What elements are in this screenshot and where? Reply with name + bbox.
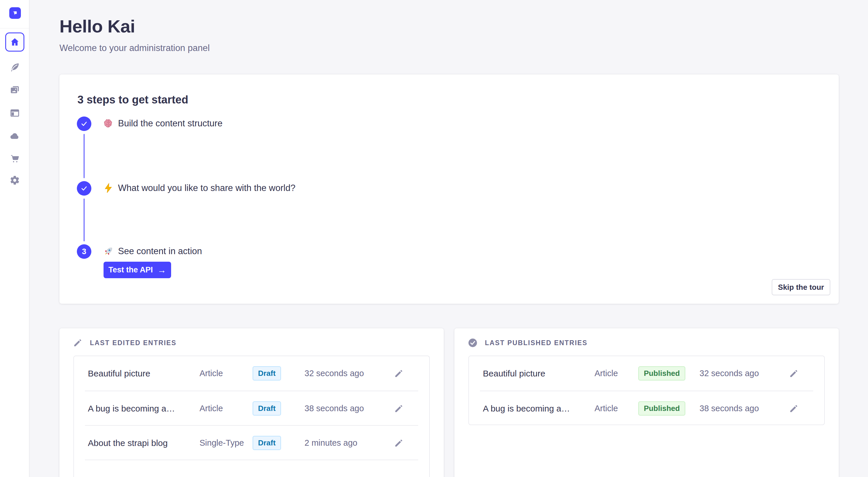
step-2-done-circle bbox=[77, 181, 91, 196]
pencil-icon bbox=[394, 369, 403, 378]
sidebar-item-settings[interactable] bbox=[9, 174, 21, 186]
gear-icon bbox=[9, 175, 20, 185]
status-badge: Draft bbox=[253, 366, 281, 380]
last-published-entries-header: LAST PUBLISHED ENTRIES bbox=[468, 338, 588, 347]
check-circle-icon bbox=[468, 338, 477, 347]
cloud-icon bbox=[9, 131, 20, 141]
lightning-emoji-icon bbox=[103, 182, 114, 194]
entry-title: Beautiful picture bbox=[88, 356, 150, 390]
last-published-entries-panel: LAST PUBLISHED ENTRIES Beautiful picture… bbox=[455, 328, 839, 477]
step-1-done-circle bbox=[77, 116, 91, 131]
step-connector bbox=[84, 134, 85, 178]
table-row[interactable]: Beautiful picture Article Draft 32 secon… bbox=[74, 356, 429, 390]
strapi-logo[interactable] bbox=[9, 7, 21, 19]
onboarding-card: 3 steps to get started Build the content… bbox=[59, 74, 839, 304]
entry-time: 32 seconds ago bbox=[305, 356, 364, 390]
entry-title: Beautiful picture bbox=[483, 356, 545, 390]
strapi-logo-icon bbox=[11, 9, 19, 17]
step-2-label[interactable]: What would you like to share with the wo… bbox=[103, 181, 296, 195]
last-published-entries-title: LAST PUBLISHED ENTRIES bbox=[485, 339, 588, 347]
last-edited-entries-title: LAST EDITED ENTRIES bbox=[90, 339, 177, 347]
table-row[interactable]: About the strapi blog Single-Type Draft … bbox=[74, 425, 429, 459]
rocket-emoji-icon bbox=[103, 246, 114, 257]
pictures-icon bbox=[9, 84, 20, 95]
entry-type: Article bbox=[199, 391, 223, 426]
entry-type: Article bbox=[199, 356, 223, 390]
onboarding-title: 3 steps to get started bbox=[78, 94, 188, 106]
entry-time: 2 minutes ago bbox=[305, 426, 357, 460]
entry-time: 38 seconds ago bbox=[305, 391, 364, 426]
pencil-icon bbox=[394, 404, 403, 413]
status-badge: Published bbox=[638, 366, 685, 380]
pencil-icon bbox=[394, 439, 403, 448]
entry-title: A bug is becoming a… bbox=[483, 391, 570, 426]
page-title: Hello Kai bbox=[59, 16, 135, 36]
table-row[interactable]: A bug is becoming a… Article Draft 38 se… bbox=[74, 390, 429, 425]
step-1-text: Build the content structure bbox=[118, 118, 222, 129]
step-connector bbox=[84, 199, 85, 241]
skip-the-tour-label: Skip the tour bbox=[778, 283, 824, 292]
pencil-icon bbox=[789, 369, 798, 378]
last-edited-entries-panel: LAST EDITED ENTRIES Beautiful picture Ar… bbox=[59, 328, 444, 477]
edit-entry-button[interactable] bbox=[785, 356, 802, 390]
home-icon bbox=[9, 37, 20, 47]
page-subtitle: Welcome to your administration panel bbox=[59, 43, 210, 53]
entry-time: 38 seconds ago bbox=[700, 391, 759, 426]
arrow-right-icon: → bbox=[157, 266, 166, 274]
check-icon bbox=[80, 120, 88, 128]
table-row bbox=[74, 459, 429, 477]
status-badge: Draft bbox=[253, 401, 281, 415]
table-row[interactable]: Beautiful picture Article Published 32 s… bbox=[469, 356, 824, 390]
sidebar-item-media-library[interactable] bbox=[9, 84, 21, 96]
edit-entry-button[interactable] bbox=[390, 426, 407, 460]
brain-emoji-icon bbox=[103, 118, 114, 129]
check-icon bbox=[80, 184, 88, 192]
sidebar-item-content-type-builder[interactable] bbox=[9, 107, 21, 119]
entry-title: A bug is becoming a… bbox=[88, 391, 175, 426]
edit-entry-button[interactable] bbox=[785, 391, 802, 426]
edited-entries-table: Beautiful picture Article Draft 32 secon… bbox=[73, 355, 430, 477]
table-row[interactable]: A bug is becoming a… Article Published 3… bbox=[469, 390, 824, 425]
step-3-text: See content in action bbox=[118, 246, 202, 257]
entry-time: 32 seconds ago bbox=[700, 356, 759, 390]
cart-icon bbox=[9, 153, 20, 164]
step-1-label[interactable]: Build the content structure bbox=[103, 116, 222, 131]
entry-type: Article bbox=[594, 356, 618, 390]
step-3-number: 3 bbox=[82, 247, 86, 256]
step-3-number-circle: 3 bbox=[77, 244, 91, 259]
edit-entry-button[interactable] bbox=[390, 391, 407, 426]
feather-icon bbox=[9, 62, 20, 72]
test-the-api-button[interactable]: Test the API → bbox=[103, 262, 171, 278]
last-edited-entries-header: LAST EDITED ENTRIES bbox=[73, 338, 177, 347]
sidebar-item-cloud[interactable] bbox=[9, 130, 21, 142]
status-badge: Published bbox=[638, 401, 685, 415]
step-3-label[interactable]: See content in action bbox=[103, 244, 202, 259]
skip-the-tour-button[interactable]: Skip the tour bbox=[772, 279, 830, 295]
entry-type: Article bbox=[594, 391, 618, 426]
test-the-api-label: Test the API bbox=[108, 266, 153, 274]
step-2-text: What would you like to share with the wo… bbox=[118, 183, 296, 193]
pencil-icon bbox=[789, 404, 798, 413]
published-entries-table: Beautiful picture Article Published 32 s… bbox=[468, 355, 825, 425]
sidebar-item-home[interactable] bbox=[5, 32, 24, 52]
layout-icon bbox=[9, 108, 20, 118]
strapi-dashboard: Hello Kai Welcome to your administration… bbox=[0, 0, 868, 477]
sidebar-item-content-manager[interactable] bbox=[9, 62, 21, 73]
status-badge: Draft bbox=[253, 436, 281, 450]
sidebar-item-marketplace[interactable] bbox=[9, 153, 21, 164]
edit-entry-button[interactable] bbox=[390, 356, 407, 390]
pencil-icon bbox=[73, 338, 82, 347]
entry-title: About the strapi blog bbox=[88, 426, 167, 460]
main-navigation-sidebar bbox=[0, 0, 30, 477]
